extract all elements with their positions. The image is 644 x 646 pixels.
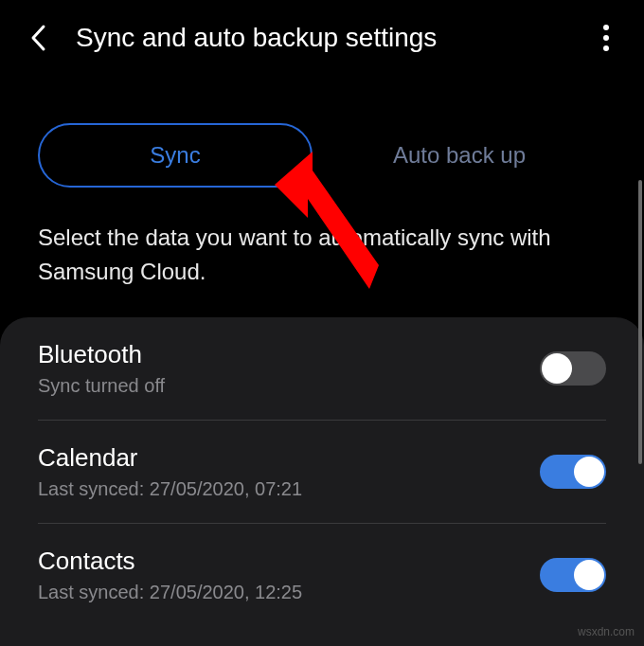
row-contacts[interactable]: Contacts Last synced: 27/05/2020, 12:25 (38, 524, 606, 626)
watermark: wsxdn.com (578, 625, 635, 638)
toggle-contacts[interactable] (540, 558, 606, 592)
row-title: Calendar (38, 443, 540, 473)
svg-point-0 (603, 25, 609, 30)
row-text: Contacts Last synced: 27/05/2020, 12:25 (38, 547, 540, 603)
description-text: Select the data you want to automaticall… (0, 206, 644, 317)
svg-point-2 (603, 45, 609, 51)
toggle-knob (574, 560, 604, 590)
row-title: Contacts (38, 547, 540, 576)
row-subtitle: Sync turned off (38, 375, 540, 397)
tab-sync[interactable]: Sync (38, 123, 313, 188)
chevron-left-icon (29, 24, 46, 52)
toggle-knob (574, 457, 604, 487)
row-title: Bluetooth (38, 340, 540, 369)
toggle-bluetooth[interactable] (540, 351, 606, 386)
toggle-knob (542, 353, 572, 384)
row-text: Bluetooth Sync turned off (38, 340, 540, 397)
row-bluetooth[interactable]: Bluetooth Sync turned off (38, 317, 606, 421)
back-button[interactable] (19, 19, 57, 57)
tab-auto-backup[interactable]: Auto back up (322, 123, 597, 188)
scrollbar[interactable] (638, 180, 642, 464)
row-subtitle: Last synced: 27/05/2020, 07:21 (38, 478, 540, 500)
row-subtitle: Last synced: 27/05/2020, 12:25 (38, 582, 540, 603)
more-options-button[interactable] (587, 19, 625, 57)
page-title: Sync and auto backup settings (76, 23, 587, 53)
header: Sync and auto backup settings (0, 0, 644, 66)
toggle-calendar[interactable] (540, 455, 606, 489)
row-calendar[interactable]: Calendar Last synced: 27/05/2020, 07:21 (38, 421, 606, 524)
more-vertical-icon (602, 24, 610, 52)
sync-options-card: Bluetooth Sync turned off Calendar Last … (0, 317, 644, 646)
svg-point-1 (603, 35, 609, 41)
tabs: Sync Auto back up (0, 66, 644, 206)
row-text: Calendar Last synced: 27/05/2020, 07:21 (38, 443, 540, 500)
